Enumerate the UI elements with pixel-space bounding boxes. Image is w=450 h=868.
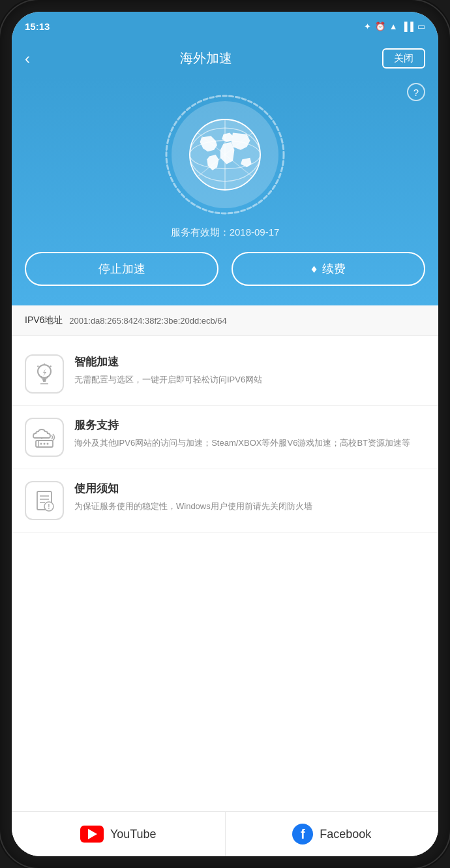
- content-section: IPV6地址 2001:da8:265:8424:38f2:3be:20dd:e…: [12, 305, 438, 856]
- service-support-icon: [25, 418, 64, 457]
- feature-item-service-support: 服务支持 海外及其他IPV6网站的访问与加速；Steam/XBOX等外服V6游戏…: [12, 406, 438, 469]
- ipv6-value: 2001:da8:265:8424:38f2:3be:20dd:ecb/64: [69, 316, 226, 326]
- close-button[interactable]: 关闭: [382, 48, 425, 69]
- youtube-label: YouTube: [110, 828, 157, 841]
- youtube-link[interactable]: YouTube: [12, 812, 226, 856]
- service-support-desc: 海外及其他IPV6网站的访问与加速；Steam/XBOX等外服V6游戏加速；高校…: [74, 437, 425, 450]
- help-button[interactable]: ?: [407, 83, 425, 101]
- ipv6-bar: IPV6地址 2001:da8:265:8424:38f2:3be:20dd:e…: [12, 305, 438, 336]
- bottom-links: YouTube f Facebook: [12, 811, 438, 856]
- app-header: ‹ 海外加速 关闭: [12, 40, 438, 76]
- smart-speed-icon: [25, 354, 64, 394]
- battery-icon: ▭: [417, 22, 425, 31]
- svg-line-13: [50, 366, 52, 367]
- smart-speed-desc: 无需配置与选区，一键开启即可轻松访问IPV6网站: [74, 373, 425, 387]
- spacer: [12, 580, 438, 811]
- globe-icon: [186, 116, 264, 194]
- status-time: 15:13: [25, 21, 50, 32]
- service-support-text: 服务支持 海外及其他IPV6网站的访问与加速；Steam/XBOX等外服V6游戏…: [74, 418, 425, 450]
- bluetooth-icon: ✦: [364, 22, 371, 31]
- stop-speed-button[interactable]: 停止加速: [25, 252, 218, 286]
- cloud-router-icon: [29, 425, 59, 450]
- ipv6-label: IPV6地址: [25, 315, 63, 326]
- globe-container: [160, 89, 290, 220]
- back-button[interactable]: ‹: [25, 50, 30, 68]
- notice-icon: !: [32, 488, 57, 513]
- usage-notice-icon: !: [25, 481, 64, 520]
- status-bar: 15:13 ✦ ⏰ ▲ ▐▐ ▭: [12, 12, 438, 40]
- facebook-link[interactable]: f Facebook: [226, 812, 439, 856]
- youtube-play-icon: [88, 829, 97, 839]
- bulb-icon: [32, 362, 57, 386]
- globe-inner: [172, 101, 278, 208]
- wifi-icon: ▲: [389, 22, 398, 31]
- facebook-label: Facebook: [320, 828, 371, 841]
- page-title: 海外加速: [180, 50, 232, 67]
- usage-notice-text: 使用须知 为保证服务使用的稳定性，Windows用户使用前请先关闭防火墙: [74, 481, 425, 514]
- feature-item-usage-notice: ! 使用须知 为保证服务使用的稳定性，Windows用户使用前请先关闭防火墙: [12, 469, 438, 533]
- features-list: 智能加速 无需配置与选区，一键开启即可轻松访问IPV6网站: [12, 336, 438, 580]
- svg-point-19: [47, 443, 49, 445]
- svg-text:!: !: [48, 503, 50, 510]
- service-support-title: 服务支持: [74, 418, 425, 433]
- youtube-icon: [80, 826, 104, 843]
- svg-point-18: [44, 443, 46, 445]
- phone-frame: 15:13 ✦ ⏰ ▲ ▐▐ ▭ ‹ 海外加速 关闭 ?: [0, 0, 450, 868]
- hero-section: ?: [12, 76, 438, 305]
- feature-item-smart-speed: 智能加速 无需配置与选区，一键开启即可轻松访问IPV6网站: [12, 343, 438, 406]
- facebook-icon: f: [292, 824, 313, 845]
- status-icons: ✦ ⏰ ▲ ▐▐ ▭: [364, 22, 425, 31]
- svg-line-12: [38, 366, 39, 367]
- smart-speed-title: 智能加速: [74, 354, 425, 369]
- expiry-text: 服务有效期：2018-09-17: [171, 226, 280, 239]
- alarm-icon: ⏰: [375, 22, 385, 31]
- usage-notice-title: 使用须知: [74, 481, 425, 496]
- action-buttons: 停止加速 ♦ 续费: [25, 252, 425, 286]
- renew-label: 续费: [322, 261, 346, 277]
- renew-button[interactable]: ♦ 续费: [232, 252, 425, 286]
- phone-screen: 15:13 ✦ ⏰ ▲ ▐▐ ▭ ‹ 海外加速 关闭 ?: [12, 12, 438, 856]
- signal-icon: ▐▐: [402, 22, 413, 31]
- usage-notice-desc: 为保证服务使用的稳定性，Windows用户使用前请先关闭防火墙: [74, 500, 425, 514]
- diamond-icon: ♦: [311, 262, 317, 276]
- svg-point-17: [40, 443, 42, 445]
- smart-speed-text: 智能加速 无需配置与选区，一键开启即可轻松访问IPV6网站: [74, 354, 425, 387]
